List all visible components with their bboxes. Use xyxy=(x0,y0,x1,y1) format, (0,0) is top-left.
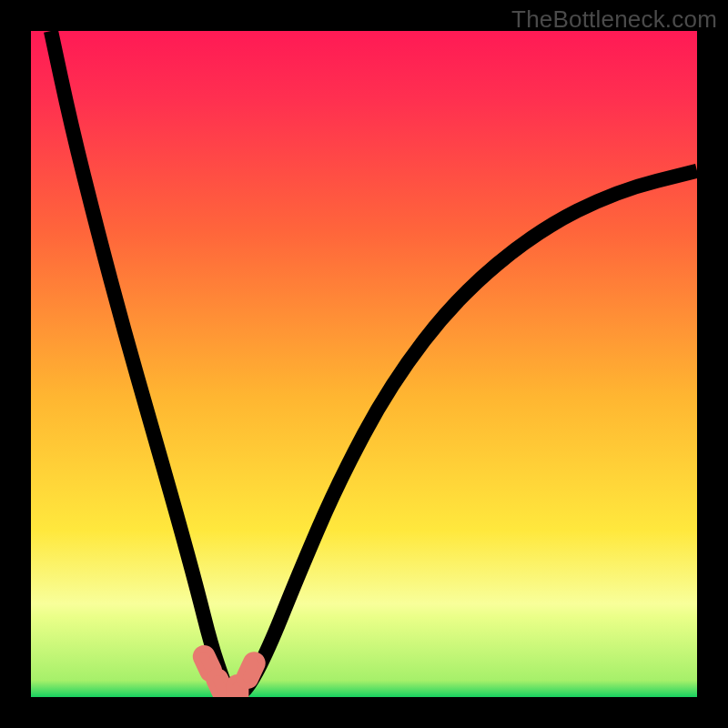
chart-frame: TheBottleneck.com xyxy=(0,0,728,728)
trough-marker xyxy=(237,652,265,688)
bottleneck-curve xyxy=(51,31,697,697)
plot-area xyxy=(31,31,697,697)
watermark-text: TheBottleneck.com xyxy=(511,5,717,34)
bottleneck-curve-svg xyxy=(31,31,697,697)
